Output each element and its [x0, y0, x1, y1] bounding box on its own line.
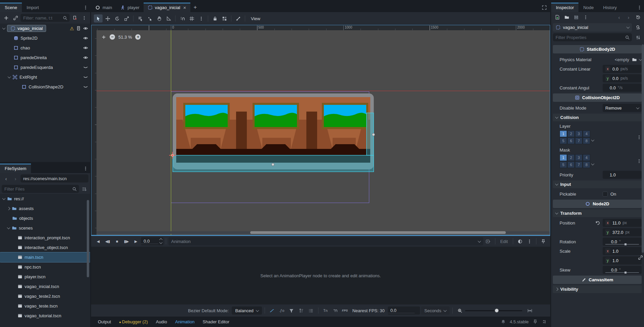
tab-import[interactable]: Import	[22, 3, 44, 12]
inspector-back-button[interactable]: ‹	[615, 13, 623, 21]
layer-cell[interactable]: 8	[583, 137, 590, 144]
vertical-dots-icon[interactable]	[637, 135, 642, 140]
layer-cell[interactable]: 1	[560, 130, 567, 137]
scene-dock-menu[interactable]	[81, 3, 90, 12]
constant-linear-x-field[interactable]: x 0.0 px/s	[603, 65, 642, 73]
detach-script-button[interactable]	[70, 14, 79, 22]
track-list-button[interactable]	[307, 306, 315, 315]
vertical-ruler[interactable]	[91, 30, 97, 235]
expand-grid-chevron-icon[interactable]	[591, 138, 595, 141]
snap-options-button[interactable]	[197, 14, 205, 23]
file-row[interactable]: scenes	[0, 223, 90, 233]
filter-tracks-button[interactable]	[287, 306, 296, 315]
animation-edit-button[interactable]: Edit	[498, 239, 510, 244]
fps-mode-button[interactable]: FPS	[341, 306, 349, 315]
inspector-history-button[interactable]	[634, 13, 642, 21]
selection-handle[interactable]	[372, 133, 375, 136]
disable-mode-dropdown[interactable]: Remove	[603, 104, 642, 112]
file-row[interactable]: objects	[0, 213, 90, 223]
section-collisionobject2d[interactable]: CollisionObject2D	[553, 93, 642, 102]
tab-node[interactable]: Node	[578, 3, 598, 12]
file-row[interactable]: vagao_teste2.tscn	[0, 291, 90, 301]
pan-tool-button[interactable]	[155, 14, 163, 23]
layer-cell[interactable]: 4	[583, 130, 590, 137]
file-row[interactable]: vagao_teste.tscn	[0, 301, 90, 311]
scene-tab-vagao-inicial[interactable]: vagao_inicial ×	[144, 3, 190, 12]
scene-tree-row[interactable]: CollisionShape2D	[0, 82, 90, 92]
scene-tab-main[interactable]: main	[91, 3, 116, 12]
group-input[interactable]: Input	[553, 180, 642, 188]
center-view-icon[interactable]	[101, 35, 106, 40]
layer-cell[interactable]: 3	[575, 130, 582, 137]
history-forward-button[interactable]: ›	[11, 174, 20, 182]
section-staticbody2d[interactable]: StaticBody2D	[553, 45, 642, 53]
visibility-eye-icon[interactable]	[83, 55, 88, 60]
skew-slider[interactable]	[605, 272, 639, 273]
scene-tree-row[interactable]: chao	[0, 43, 90, 53]
warning-icon[interactable]: ⚠	[70, 26, 74, 31]
autoplay-button[interactable]: A	[484, 237, 493, 245]
resource-options-button[interactable]	[581, 13, 590, 21]
ruler-tool-button[interactable]	[164, 14, 173, 23]
mask-cell[interactable]: 5	[560, 161, 567, 168]
skew-field[interactable]: 0.0 °	[603, 266, 642, 274]
expand-grid-chevron-icon[interactable]	[591, 162, 595, 165]
bottom-tab-output[interactable]: Output	[94, 319, 114, 325]
file-row[interactable]: vagao_tutorial.tscn	[0, 311, 90, 321]
history-back-button[interactable]: ‹	[2, 174, 10, 182]
tab-inspector[interactable]: Inspector	[551, 3, 578, 12]
step-back-button[interactable]: ◀▮	[103, 237, 112, 245]
wagon-sprite[interactable]	[173, 93, 374, 172]
property-filter-input[interactable]	[553, 33, 632, 41]
bottom-tab-shader-editor[interactable]: Shader Editor	[199, 319, 233, 325]
save-resource-button[interactable]	[572, 13, 580, 21]
add-node-button[interactable]	[2, 14, 10, 22]
section-node2d[interactable]: Node2D	[553, 200, 642, 208]
2d-viewport[interactable]: 0 500 1000 1500 2000	[91, 25, 550, 235]
stop-button[interactable]: ■	[113, 237, 121, 245]
node-selector[interactable]: vagao_inicial	[553, 23, 632, 32]
bezier-editor-button[interactable]	[268, 306, 276, 315]
group-button[interactable]	[220, 14, 229, 23]
new-resource-button[interactable]	[553, 13, 562, 21]
snap-step-field[interactable]	[388, 308, 415, 313]
toggle-split-mode-button[interactable]	[80, 185, 88, 193]
priority-field[interactable]: 1.0	[603, 171, 642, 179]
position-x-field[interactable]: x 11.0 px	[603, 219, 642, 227]
mask-cell[interactable]: 7	[575, 161, 582, 168]
play-button[interactable]: ▶	[131, 237, 140, 245]
visibility-eye-icon[interactable]	[83, 36, 88, 41]
select-tool-button[interactable]	[94, 14, 103, 23]
pin-icon[interactable]	[533, 319, 538, 324]
onion-skinning-button[interactable]	[516, 237, 524, 245]
file-filter-input[interactable]	[2, 185, 79, 193]
bottom-tab-debugger[interactable]: ● Debugger (2)	[116, 319, 151, 325]
scale-y-field[interactable]: y 1.0	[603, 256, 642, 264]
smart-snap-button[interactable]	[178, 14, 187, 23]
bezier-mode-dropdown[interactable]: Balanced	[232, 306, 262, 315]
vertical-guide[interactable]	[171, 30, 171, 235]
scene-tree-row[interactable]: Sprite2D	[0, 33, 90, 43]
resource-load-button[interactable]	[631, 55, 638, 64]
position-y-field[interactable]: y 372.0 px	[603, 228, 642, 236]
bottom-tab-animation[interactable]: Animation	[172, 319, 198, 325]
visibility-eye-closed-icon[interactable]	[83, 65, 88, 70]
selection-list-button[interactable]	[136, 14, 145, 23]
collapse-chevron-icon[interactable]	[2, 197, 6, 200]
timeline-zoom-button[interactable]	[455, 306, 464, 315]
scene-tree-row[interactable]: ExitRight	[0, 72, 90, 82]
file-row-selected[interactable]: main.tscn	[0, 252, 90, 262]
link-scale-icon[interactable]	[638, 255, 643, 260]
mask-cell[interactable]: 2	[567, 154, 575, 161]
scale-tool-button[interactable]	[122, 14, 131, 23]
view-menu-button[interactable]: View	[248, 15, 264, 22]
skeleton-button[interactable]	[234, 14, 242, 23]
scene-tree-row[interactable]: paredeEsquerda	[0, 63, 90, 72]
pin-panel-button[interactable]	[539, 237, 547, 245]
onion-options-button[interactable]	[525, 237, 534, 245]
tab-filesystem[interactable]: FileSystem	[0, 164, 31, 173]
step-forward-button[interactable]: ▮▶	[122, 237, 131, 245]
section-canvasitem[interactable]: CanvasItem	[553, 276, 642, 284]
collapse-chevron-icon[interactable]	[2, 26, 6, 30]
selection-handle[interactable]	[271, 163, 274, 166]
